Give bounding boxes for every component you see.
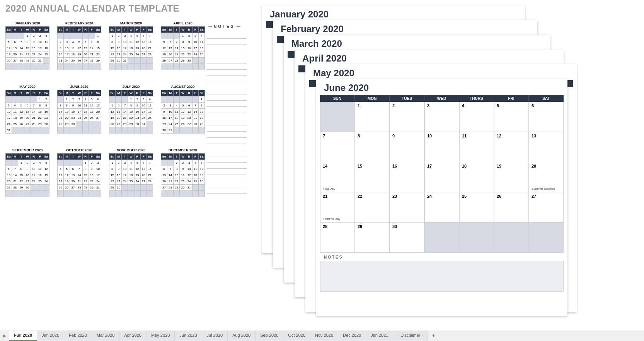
month-sheet-title: May 2020 [313,68,577,79]
mini-month: MAY 2020SuMTWRFSa12345678910111213141516… [5,85,49,134]
mini-month-title: DECEMBER 2020 [161,148,205,152]
day-cell[interactable] [529,223,564,253]
mini-month: JUNE 2020SuMTWRFSa1234567891011121314151… [57,85,101,134]
day-cell[interactable]: 21Father's Day [320,192,355,223]
day-cell[interactable]: 16 [390,162,424,192]
sheet-tab[interactable]: Sep 2020 [256,331,283,341]
sheet-tab[interactable]: Jul 2020 [202,331,228,341]
mini-month: JANUARY 2020SuMTWRFSa1234567891011121314… [5,21,49,70]
day-cell[interactable] [320,102,355,132]
month-sheet-title: March 2020 [291,38,550,49]
mini-month-title: MAY 2020 [5,85,49,89]
day-cell[interactable]: 26 [494,192,529,223]
mini-month: OCTOBER 2020SuMTWRFSa1234567891011121314… [57,148,101,197]
month-sheet-title: January 2020 [270,9,525,20]
day-cell[interactable]: 12 [494,132,529,162]
day-header-cell: MON [355,95,390,102]
tab-nav-prev-icon[interactable]: ▶ [0,333,9,338]
day-cell[interactable]: 7 [320,132,355,162]
page-title: 2020 ANNUAL CALENDAR TEMPLATE [5,3,179,14]
mini-month: APRIL 2020SuMTWRFSa123456789101112131415… [161,21,205,70]
day-header-cell: THURS [459,95,494,102]
month-sheet-title: April 2020 [302,53,564,64]
mini-month-title: JUNE 2020 [57,85,101,89]
mini-month: MARCH 2020SuMTWRFSa123456789101112131415… [109,21,153,70]
month-grid: 1234567891011121314Flag Day151617181920S… [320,102,564,253]
day-cell[interactable]: 15 [355,162,390,192]
day-cell[interactable]: 28 [320,223,355,253]
day-header-cell: SUN [320,95,355,102]
day-cell[interactable]: 20Summer Solstice [529,162,564,192]
day-event-label: Flag Day [323,187,335,190]
day-cell[interactable]: 11 [459,132,494,162]
day-cell[interactable]: 24 [424,192,459,223]
sheet-tab[interactable]: - Disclaimer - [393,331,428,341]
month-notes-label: NOTES [324,255,560,259]
mini-month-title: OCTOBER 2020 [57,148,101,152]
day-cell[interactable]: 18 [459,162,494,192]
day-cell[interactable]: 5 [494,102,529,132]
month-sheet-front: June 2020SUNMONTUESWEDTHURSFRISAT1234567… [316,79,567,316]
sheet-tab[interactable]: Nov 2020 [310,331,338,341]
day-cell[interactable] [494,223,529,253]
mini-month: AUGUST 2020SuMTWRFSa12345678910111213141… [161,85,205,134]
day-cell[interactable]: 8 [355,132,390,162]
day-cell[interactable]: 4 [459,102,494,132]
day-cell[interactable]: 19 [494,162,529,192]
mini-month-title: MARCH 2020 [109,21,153,25]
sheet-tab[interactable]: May 2020 [147,331,175,341]
mini-month: SEPTEMBER 2020SuMTWRFSa12345678910111213… [5,148,49,197]
add-sheet-button[interactable]: + [428,332,439,339]
day-cell[interactable]: 3 [424,102,459,132]
mini-month-title: AUGUST 2020 [161,85,205,89]
sheet-tab[interactable]: Jan 2021 [366,331,393,341]
sheet-tab[interactable]: Jan 2020 [37,331,64,341]
month-sheet-title: February 2020 [281,24,537,34]
sheet-tab[interactable]: Oct 2020 [283,331,310,341]
day-cell[interactable] [459,223,494,253]
month-day-header: SUNMONTUESWEDTHURSFRISAT [320,95,564,102]
sheet-tab-bar: ▶ Full 2020Jan 2020Feb 2020Mar 2020Apr 2… [0,330,644,341]
day-cell[interactable]: 6 [529,102,564,132]
day-cell[interactable] [424,223,459,253]
mini-month-title: SEPTEMBER 2020 [5,148,49,152]
day-header-cell: WED [424,95,459,102]
sheet-tab[interactable]: Mar 2020 [92,331,119,341]
sheet-tab[interactable]: Aug 2020 [228,331,256,341]
sheet-tab[interactable]: Apr 2020 [119,331,147,341]
day-event-label: Father's Day [323,217,340,221]
day-cell[interactable]: 2 [390,102,424,132]
mini-month: JULY 2020SuMTWRFSa1234567891011121314151… [109,85,153,134]
mini-month: DECEMBER 2020SuMTWRFSa123456789101112131… [161,148,205,197]
mini-month: FEBRUARY 2020SuMTWRFSa123456789101112131… [57,21,101,70]
day-event-label: Summer Solstice [532,187,555,190]
annual-notes-heading: NOTES [207,24,242,29]
day-cell[interactable]: 9 [390,132,424,162]
sheet-tab[interactable]: Full 2020 [9,331,37,341]
day-cell[interactable]: 10 [424,132,459,162]
day-cell[interactable]: 22 [355,192,390,223]
day-cell[interactable]: 29 [355,223,390,253]
day-cell[interactable]: 17 [424,162,459,192]
day-cell[interactable]: 27 [529,192,564,223]
sheet-tab[interactable]: Dec 2020 [338,331,366,341]
day-cell[interactable]: 13 [529,132,564,162]
day-cell[interactable]: 1 [355,102,390,132]
day-cell[interactable]: 25 [459,192,494,223]
mini-month-title: FEBRUARY 2020 [57,21,101,25]
mini-month-title: NOVEMBER 2020 [109,148,153,152]
sheet-tab[interactable]: Feb 2020 [64,331,92,341]
year-overview-grid: JANUARY 2020SuMTWRFSa1234567891011121314… [5,21,205,197]
day-cell[interactable]: 23 [390,192,424,223]
mini-month-title: JULY 2020 [109,85,153,89]
sheet-tab[interactable]: Jun 2020 [175,331,202,341]
day-header-cell: SAT [529,95,564,102]
day-cell[interactable]: 30 [390,223,424,253]
mini-month-title: APRIL 2020 [161,21,205,25]
day-cell[interactable]: 14Flag Day [320,162,355,192]
mini-month-title: JANUARY 2020 [5,21,49,25]
day-header-cell: TUES [390,95,424,102]
month-sheet-title: June 2020 [324,82,567,93]
mini-month: NOVEMBER 2020SuMTWRFSa123456789101112131… [109,148,153,197]
month-notes-area[interactable] [320,261,564,292]
